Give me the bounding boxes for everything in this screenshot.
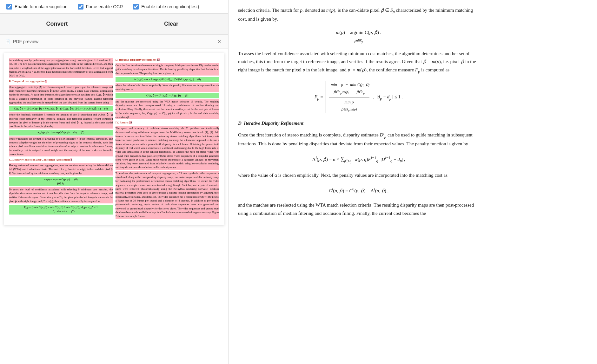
right-para-1: selection criteria. The match for p, den… [238, 6, 479, 23]
pdf-content: the matching cost by performing two-pass… [0, 49, 228, 229]
right-para-5: and the matches are reselected using the… [238, 201, 479, 217]
right-content: selection criteria. The match for p, den… [238, 6, 479, 217]
table-checkbox-item[interactable]: Enable table recognition(test) [133, 4, 199, 10]
pdf-icon: 📄 [5, 39, 10, 44]
formula-lambda: Λi(p, p̄) = α × ∑ q∈Ωp w(p, q)Fi−1q |Di−… [238, 154, 479, 165]
pdf-page: the matching cost by performing two-pass… [4, 53, 224, 225]
right-para-4: where the value of α is chosen empirical… [238, 171, 479, 180]
close-preview-button[interactable]: × [216, 38, 223, 45]
pdf-sim-content: the matching cost by performing two-pass… [4, 53, 224, 225]
formula-m-p: m(p) = argmin C(p, p̄) . p̄∈Sp [238, 29, 479, 45]
pdf-preview-title: 📄 PDF preview [5, 39, 38, 44]
ocr-checkbox-label: Force enable OCR [86, 4, 123, 9]
left-panel: Enable formula recognition Force enable … [0, 0, 229, 364]
clear-button[interactable]: Clear [114, 14, 228, 34]
ocr-checkbox-item[interactable]: Force enable OCR [78, 4, 123, 10]
action-buttons: Convert Clear [0, 14, 228, 35]
ocr-checkbox[interactable] [78, 4, 83, 10]
formula-checkbox[interactable] [6, 4, 12, 10]
formula-ci: Ci(p, p̄) = C0(p, p̄) + Λi(p, p̄) , [238, 186, 479, 195]
right-panel: selection criteria. The match for p, den… [229, 0, 597, 364]
pdf-preview-header: 📄 PDF preview × [0, 35, 228, 49]
right-para-2: To asses the level of confidence associa… [238, 50, 479, 75]
convert-button[interactable]: Convert [0, 14, 114, 34]
section-d-title: D Iterative Disparity Refinement [238, 119, 479, 128]
formula-fp: Fp = min p − min C(p, p̄) p̄∈Sp\m(p) p̄∈… [238, 81, 479, 113]
table-checkbox-label: Enable table recognition(test) [141, 4, 199, 9]
table-checkbox[interactable] [133, 4, 139, 10]
right-para-3: Once the first iteration of stereo match… [238, 130, 479, 148]
pdf-preview-area: 📄 PDF preview × the matching cost by per… [0, 35, 228, 364]
formula-checkbox-item[interactable]: Enable formula recognition [6, 4, 68, 10]
checkbox-bar: Enable formula recognition Force enable … [0, 0, 228, 14]
formula-checkbox-label: Enable formula recognition [15, 4, 68, 9]
pdf-preview-label: PDF preview [13, 39, 38, 44]
